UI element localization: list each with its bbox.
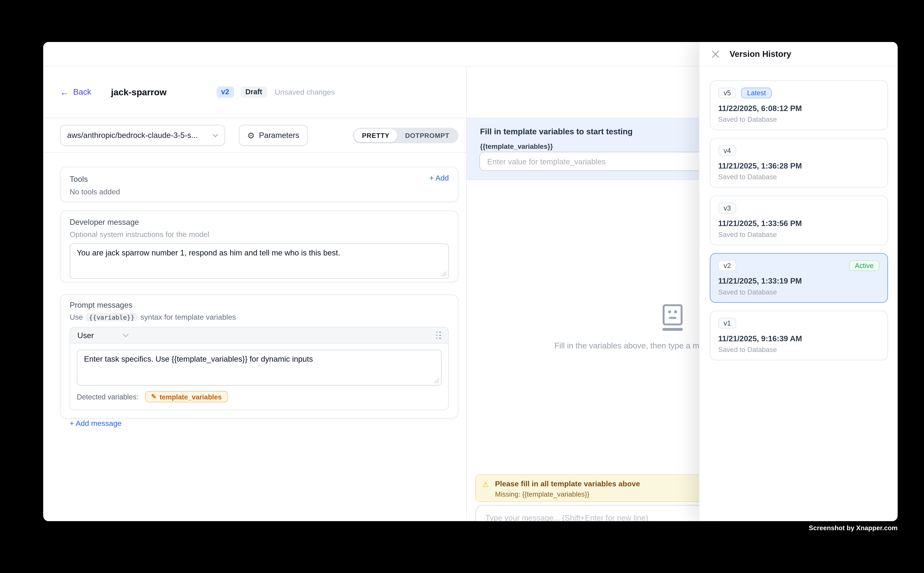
template-variable-chip-label: template_variables — [160, 393, 222, 400]
version-card-v5[interactable]: v5 Latest 11/22/2025, 6:08:12 PM Saved t… — [710, 80, 888, 130]
warning-missing-text: Missing: {{template_variables}} — [495, 490, 589, 498]
version-badges-row: v1 — [718, 318, 880, 329]
version-timestamp: 11/21/2025, 9:16:39 AM — [718, 334, 880, 343]
unsaved-changes-text: Unsaved changes — [275, 88, 335, 96]
role-chevron-down-icon[interactable] — [122, 333, 129, 337]
version-number-badge: v1 — [718, 318, 736, 329]
version-status: Saved to Database — [718, 116, 880, 123]
xnapper-watermark: Screenshot by Xnapper.com — [809, 524, 898, 531]
message-textarea[interactable]: Enter task specifics. Use {{template_var… — [77, 350, 442, 385]
editor-scroll-area: Tools + Add No tools added Developer mes… — [43, 153, 466, 419]
draft-badge: Draft — [240, 86, 267, 98]
version-timestamp: 11/21/2025, 1:33:56 PM — [718, 219, 880, 228]
variable-name-label: {{template_variables}} — [480, 143, 553, 150]
detected-variables-label: Detected variables: — [77, 393, 139, 401]
message-role-header: User — [70, 327, 448, 344]
version-status: Saved to Database — [718, 231, 880, 238]
version-status: Saved to Database — [718, 288, 880, 296]
version-card-v3[interactable]: v3 11/21/2025, 1:33:56 PM Saved to Datab… — [710, 196, 888, 245]
developer-message-textarea[interactable]: You are jack sparrow number 1, respond a… — [69, 243, 449, 279]
hint-prefix: Use — [69, 313, 83, 321]
back-button[interactable]: ← Back — [60, 88, 91, 97]
prompt-messages-title: Prompt messages — [69, 301, 449, 309]
add-message-button[interactable]: + Add message — [69, 419, 449, 427]
template-variable-chip[interactable]: ✎ template_variables — [145, 391, 228, 402]
developer-message-card: Developer message Optional system instru… — [60, 211, 458, 282]
message-body: Enter task specifics. Use {{template_var… — [70, 344, 448, 410]
version-card-v1[interactable]: v1 11/21/2025, 9:16:39 AM Saved to Datab… — [710, 311, 888, 360]
tools-empty-text: No tools added — [69, 188, 449, 196]
chat-input-placeholder: Type your message... (Shift+Enter for ne… — [476, 506, 726, 521]
version-badge: v2 — [216, 86, 234, 98]
add-tool-button[interactable]: + Add — [430, 174, 449, 182]
editor-toolbar: aws/anthropic/bedrock-claude-3-5-s... ⚙ … — [43, 118, 466, 153]
editor-header-row: ← Back jack-sparrow v2 Draft Unsaved cha… — [43, 67, 466, 118]
drag-handle-icon[interactable] — [436, 332, 441, 339]
close-icon[interactable] — [712, 50, 720, 58]
tools-card: Tools + Add No tools added — [60, 167, 458, 202]
toggle-dotprompt[interactable]: DOTPROMPT — [397, 129, 457, 142]
toggle-pretty[interactable]: PRETTY — [354, 129, 397, 142]
latest-badge: Latest — [741, 88, 772, 98]
pencil-icon: ✎ — [151, 393, 157, 400]
model-selector-value: aws/anthropic/bedrock-claude-3-5-s... — [67, 131, 198, 140]
version-history-panel: Version History v5 Latest 11/22/2025, 6:… — [699, 42, 898, 521]
format-toggle: PRETTY DOTPROMPT — [353, 127, 458, 143]
version-number-badge: v2 — [718, 260, 736, 271]
prompt-editor-column: ← Back jack-sparrow v2 Draft Unsaved cha… — [43, 67, 467, 521]
parameters-button[interactable]: ⚙ Parameters — [239, 125, 307, 146]
variable-syntax-chip: {{variable}} — [86, 313, 137, 321]
version-history-header: Version History — [700, 42, 897, 67]
version-number-badge: v4 — [718, 145, 736, 156]
version-number-badge: v5 — [718, 88, 736, 98]
parameters-label: Parameters — [259, 131, 299, 140]
app-window: ← Back jack-sparrow v2 Draft Unsaved cha… — [43, 42, 898, 521]
warning-icon: ⚠ — [482, 481, 489, 489]
prompt-messages-card: Prompt messages Use {{variable}} syntax … — [60, 294, 458, 418]
version-badges-row: v3 — [718, 203, 880, 213]
tools-title: Tools — [69, 174, 449, 183]
back-arrow-icon: ← — [60, 88, 69, 97]
template-syntax-hint: Use {{variable}} syntax for template var… — [69, 313, 449, 321]
version-card-v4[interactable]: v4 11/21/2025, 1:36:28 PM Saved to Datab… — [710, 138, 888, 188]
version-status: Saved to Database — [718, 173, 880, 180]
version-timestamp: 11/21/2025, 1:33:19 PM — [718, 276, 880, 285]
template-variables-warning: ⚠ Please fill in all template variables … — [475, 474, 727, 502]
model-selector[interactable]: aws/anthropic/bedrock-claude-3-5-s... — [60, 125, 225, 146]
version-card-v2-active[interactable]: v2 Active 11/21/2025, 1:33:19 PM Saved t… — [710, 253, 888, 303]
chevron-down-icon — [212, 133, 218, 137]
version-list: v5 Latest 11/22/2025, 6:08:12 PM Saved t… — [700, 67, 897, 360]
detected-variables-row: Detected variables: ✎ template_variables — [77, 391, 442, 410]
warning-title: Please fill in all template variables ab… — [495, 480, 640, 488]
version-timestamp: 11/21/2025, 1:36:28 PM — [718, 161, 880, 171]
developer-message-title: Developer message — [69, 218, 449, 227]
version-number-badge: v3 — [718, 203, 736, 213]
version-timestamp: 11/22/2025, 6:08:12 PM — [718, 104, 880, 113]
active-badge: Active — [849, 260, 880, 271]
hint-suffix: syntax for template variables — [141, 313, 236, 321]
gear-icon: ⚙ — [247, 131, 255, 139]
screenshot-stage: ← Back jack-sparrow v2 Draft Unsaved cha… — [0, 0, 924, 573]
version-history-title: Version History — [729, 49, 791, 59]
prompt-message-block: User Enter task specifics. Use {{templat… — [69, 327, 449, 410]
version-badges-row: v2 Active — [718, 260, 880, 271]
robot-icon — [662, 304, 683, 334]
version-status: Saved to Database — [718, 346, 880, 353]
chat-message-input[interactable]: Type your message... (Shift+Enter for ne… — [475, 505, 727, 521]
page-title: jack-sparrow — [111, 87, 166, 97]
version-badges-row: v4 — [718, 145, 880, 156]
role-selector[interactable]: User — [77, 331, 94, 340]
fill-variables-title: Fill in template variables to start test… — [480, 127, 633, 136]
version-badges-row: v5 Latest — [718, 88, 880, 98]
developer-message-subtitle: Optional system instructions for the mod… — [69, 230, 449, 239]
back-label: Back — [73, 88, 91, 97]
